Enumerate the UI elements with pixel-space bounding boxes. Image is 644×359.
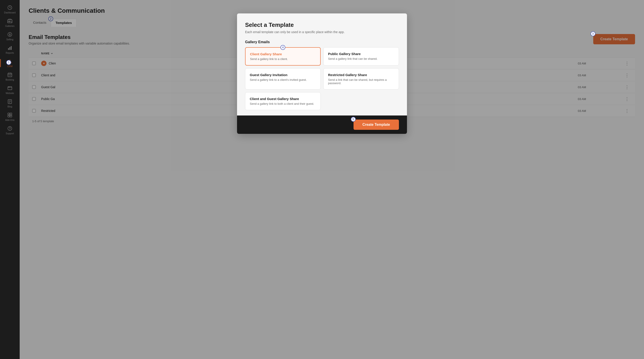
template-card-client-guest-gallery-share[interactable]: Client and Guest Gallery Share Send a ga… (245, 92, 321, 110)
annotation-4: 4 (280, 45, 285, 50)
modal-body: Select a Template Each email template ca… (237, 14, 407, 116)
modal-create-btn-wrapper: 5 Create Template (354, 120, 399, 130)
card-title-client-gallery-share: Client Gallery Share (250, 52, 316, 56)
modal-overlay: 1 Select a Template Each email template … (0, 0, 644, 359)
modal-create-template-button[interactable]: Create Template (354, 120, 399, 130)
modal-subtitle: Each email template can only be used in … (245, 30, 399, 34)
template-card-guest-gallery-invitation[interactable]: Guest Gallery Invitation Send a gallery … (245, 68, 321, 90)
template-grid-row1: 4 Client Gallery Share Send a gallery li… (245, 47, 399, 66)
card-desc-client-guest-gallery-share: Send a gallery link to both a client and… (250, 102, 316, 105)
select-template-modal: Select a Template Each email template ca… (237, 14, 407, 134)
annotation-1: 1 (6, 60, 11, 65)
template-card-restricted-gallery-share[interactable]: Restricted Gallery Share Send a link tha… (323, 68, 399, 90)
card-desc-public-gallery-share: Send a gallery link that can be shared. (328, 57, 394, 61)
card-title-public-gallery-share: Public Gallery Share (328, 52, 394, 56)
card-title-client-guest-gallery-share: Client and Guest Gallery Share (250, 97, 316, 101)
annotation-5: 5 (351, 117, 356, 122)
template-card-public-gallery-share[interactable]: Public Gallery Share Send a gallery link… (323, 47, 399, 66)
card-desc-client-gallery-share: Send a gallery link to a client. (250, 57, 316, 61)
modal-footer: 5 Create Template (237, 116, 407, 134)
card-title-restricted-gallery-share: Restricted Gallery Share (328, 73, 394, 77)
template-grid-row2: Guest Gallery Invitation Send a gallery … (245, 68, 399, 90)
modal-title: Select a Template (245, 22, 399, 29)
template-card-client-gallery-share[interactable]: 4 Client Gallery Share Send a gallery li… (245, 47, 321, 66)
card-desc-restricted-gallery-share: Send a link that can be shared, but requ… (328, 78, 394, 85)
template-grid-row3: Client and Guest Gallery Share Send a ga… (245, 92, 399, 110)
card-desc-guest-gallery-invitation: Send a gallery link to a client's invite… (250, 78, 316, 82)
gallery-emails-label: Gallery Emails (245, 40, 399, 44)
empty-grid-cell (323, 92, 399, 110)
annotation-3: 3 (590, 31, 596, 36)
card-title-guest-gallery-invitation: Guest Gallery Invitation (250, 73, 316, 77)
